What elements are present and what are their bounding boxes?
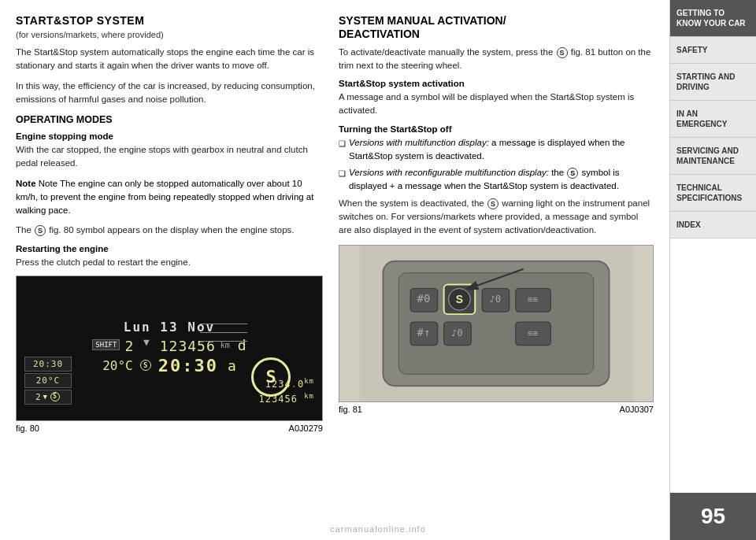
- dash-temp-row: 20°C S 20:30 a: [102, 356, 236, 375]
- svg-text:#↑: #↑: [417, 326, 431, 338]
- dash-time: 20:30: [158, 356, 218, 375]
- main-title: START&STOP SYSTEM: [16, 14, 323, 27]
- page-number: 95: [670, 493, 756, 540]
- sidebar-label-starting: STARTING ANDDRIVING: [676, 72, 735, 91]
- svg-text:#0: #0: [417, 293, 431, 305]
- svg-text:♪0: ♪0: [451, 327, 462, 338]
- stop-icon: S: [35, 225, 46, 236]
- fig-80-caption: fig. 80 A0J0279: [16, 423, 323, 433]
- dash-km-row-2: 123456 km: [259, 392, 314, 405]
- fig-81-svg: #0 S ♪0 ≡≡ #↑ ♪0 ≡≡: [339, 246, 653, 401]
- dash-s-indicator: S: [140, 360, 151, 371]
- sidebar-label-safety: SAFETY: [676, 46, 707, 54]
- turning-off-title: Turning the Start&Stop off: [339, 124, 654, 134]
- sidebar-item-starting-driving[interactable]: STARTING ANDDRIVING: [670, 64, 756, 101]
- fig-81-code: A0J0307: [620, 405, 654, 414]
- operating-modes-title: OPERATING MODES: [16, 114, 323, 125]
- fig-80-container: Lun 13 Nov SHIFT 2 ▼ 123456 km d 20°C S …: [16, 276, 323, 421]
- sidebar: GETTING TOKNOW YOUR CAR SAFETY STARTING …: [669, 0, 756, 540]
- sidebar-item-getting-to-know[interactable]: GETTING TOKNOW YOUR CAR: [670, 0, 756, 37]
- dash-s-small: S: [50, 392, 60, 401]
- note-text: Note Note The engine can only be stopped…: [16, 177, 323, 218]
- fig-81-container: #0 S ♪0 ≡≡ #↑ ♪0 ≡≡: [339, 245, 654, 402]
- dash-a-letter: a: [228, 357, 236, 374]
- final-text: When the system is deactivated, the S wa…: [339, 197, 654, 238]
- right-intro: To activate/deactivate manually the syst…: [339, 46, 654, 73]
- dash-line-2: [200, 332, 247, 333]
- sidebar-item-emergency[interactable]: IN AN EMERGENCY: [670, 101, 756, 138]
- dash-line-1: [200, 324, 247, 324]
- bullet-sym-1: ❑: [339, 138, 346, 164]
- sidebar-label-technical: TECHNICALSPECIFICATIONS: [676, 183, 742, 202]
- sidebar-label-index: INDEX: [676, 220, 701, 229]
- sidebar-label-getting-to-know: GETTING TOKNOW YOUR CAR: [676, 9, 746, 28]
- dash-row-temp: 20°C: [24, 373, 72, 388]
- sidebar-item-servicing[interactable]: SERVICING ANDMAINTENANCE: [670, 138, 756, 175]
- fig-80-label: fig. 80: [16, 423, 39, 433]
- bullet-1-italic: Versions with multifunction display:: [349, 138, 489, 147]
- dash-lines: [200, 324, 247, 350]
- bullet-2-italic: Versions with reconfigurable multifuncti…: [349, 168, 549, 177]
- dash-right-panel: 1234.0km 123456 km: [259, 377, 314, 405]
- sidebar-item-technical[interactable]: TECHNICALSPECIFICATIONS: [670, 175, 756, 212]
- dash-line-3: [200, 341, 247, 342]
- engine-stopping-text: With the car stopped, the engine stops w…: [16, 143, 323, 171]
- dash-row-time: 20:30: [24, 357, 72, 372]
- right-main-title: SYSTEM MANUAL ACTIVATION/DEACTIVATION: [339, 14, 654, 41]
- svg-text:≡≡: ≡≡: [528, 295, 539, 305]
- fig-80-code: A0J0279: [289, 423, 323, 433]
- subtitle: (for versions/markets, where provided): [16, 30, 323, 39]
- shift-label: SHIFT: [92, 339, 120, 350]
- svg-text:S: S: [456, 294, 463, 306]
- fig-81-caption: fig. 81 A0J0307: [339, 405, 654, 414]
- symbol-text: The S fig. 80 symbol appears on the disp…: [16, 224, 323, 237]
- stop-icon-right: S: [557, 47, 568, 58]
- dash-km-row-1: 1234.0km: [259, 377, 314, 390]
- dash-left-panel: 20:30 20°C 2▼ S: [24, 357, 72, 405]
- dash-row-gear: 2▼ S: [24, 390, 72, 405]
- stop-icon-final: S: [487, 198, 498, 209]
- left-column: START&STOP SYSTEM (for versions/markets,…: [16, 14, 323, 526]
- sidebar-label-servicing: SERVICING ANDMAINTENANCE: [676, 146, 739, 165]
- bullet-1-text: Versions with multifunction display: a m…: [349, 136, 654, 164]
- intro-para-2: In this way, the efficiency of the car i…: [16, 80, 323, 107]
- dashboard-display: Lun 13 Nov SHIFT 2 ▼ 123456 km d 20°C S …: [17, 276, 322, 420]
- bullet-sym-2: ❑: [339, 168, 346, 194]
- right-column: SYSTEM MANUAL ACTIVATION/DEACTIVATION To…: [339, 14, 654, 526]
- sidebar-label-emergency: IN AN EMERGENCY: [676, 109, 727, 128]
- watermark: carmanualonline.info: [330, 524, 426, 534]
- activation-title: Start&Stop system activation: [339, 79, 654, 88]
- restarting-title: Restarting the engine: [16, 244, 323, 253]
- note-label: Note: [16, 179, 36, 188]
- bullet-item-1: ❑ Versions with multifunction display: a…: [339, 136, 654, 164]
- main-content: START&STOP SYSTEM (for versions/markets,…: [0, 0, 669, 540]
- engine-stopping-title: Engine stopping mode: [16, 131, 323, 141]
- svg-text:≡≡: ≡≡: [528, 328, 539, 338]
- stop-icon-b2: S: [567, 168, 578, 179]
- bullet-item-2: ❑ Versions with reconfigurable multifunc…: [339, 166, 654, 194]
- sidebar-item-index[interactable]: INDEX: [670, 212, 756, 239]
- fig-81-label: fig. 81: [339, 405, 362, 414]
- svg-text:♪0: ♪0: [490, 294, 501, 305]
- dash-temperature: 20°C: [102, 358, 133, 373]
- restarting-text: Press the clutch pedal to restart the en…: [16, 256, 323, 269]
- activation-text: A message and a symbol will be displayed…: [339, 91, 654, 118]
- sidebar-item-safety[interactable]: SAFETY: [670, 37, 756, 64]
- intro-para-1: The Start&Stop system automatically stop…: [16, 46, 323, 73]
- bullet-2-text: Versions with reconfigurable multifuncti…: [349, 166, 654, 194]
